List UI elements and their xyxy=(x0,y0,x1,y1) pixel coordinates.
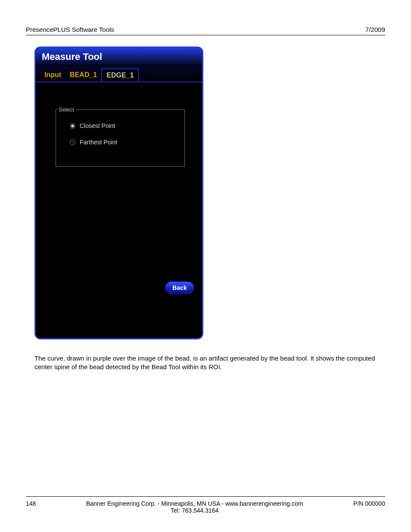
tab-lead-label: Input xyxy=(40,68,65,81)
body-paragraph: The curve, drawn in purple over the imag… xyxy=(34,354,377,372)
page-footer: 148 Banner Engineering Corp. - Minneapol… xyxy=(26,496,385,514)
header-right: 7/2009 xyxy=(365,26,385,33)
select-group-legend: Select xyxy=(57,106,76,113)
radio-farthest-point[interactable]: Farthest Point xyxy=(70,139,184,146)
page-number: 148 xyxy=(26,500,36,507)
back-button[interactable]: Back xyxy=(165,281,194,294)
select-group: Select Closest Point Farthest Point xyxy=(56,106,185,167)
footer-center-line1: Banner Engineering Corp. - Minneapolis, … xyxy=(36,500,353,507)
tab-row: Input BEAD_1 EDGE_1 xyxy=(36,66,202,82)
panel-body: Select Closest Point Farthest Point Back xyxy=(36,83,202,338)
header-rule xyxy=(26,35,385,35)
page-header: PresencePLUS Software Tools 7/2009 xyxy=(26,26,385,35)
radio-label: Farthest Point xyxy=(80,139,117,146)
panel-titlebar: Measure Tool xyxy=(36,48,202,66)
footer-rule xyxy=(26,496,385,497)
radio-label: Closest Point xyxy=(80,122,115,129)
header-left: PresencePLUS Software Tools xyxy=(26,26,114,33)
measure-tool-panel: Measure Tool Input BEAD_1 EDGE_1 Select … xyxy=(34,47,203,339)
tab-bead-1[interactable]: BEAD_1 xyxy=(65,68,101,81)
radio-icon xyxy=(70,140,75,145)
radio-closest-point[interactable]: Closest Point xyxy=(70,122,184,129)
footer-center-line2: Tel: 763.544.3164 xyxy=(36,507,353,514)
document-page: PresencePLUS Software Tools 7/2009 Measu… xyxy=(0,0,411,532)
radio-icon xyxy=(70,123,75,129)
footer-center: Banner Engineering Corp. - Minneapolis, … xyxy=(36,500,353,514)
tab-edge-1[interactable]: EDGE_1 xyxy=(101,68,139,81)
panel-title: Measure Tool xyxy=(42,51,102,62)
footer-row: 148 Banner Engineering Corp. - Minneapol… xyxy=(26,500,385,514)
footer-right: P/N 000000 xyxy=(353,500,385,507)
